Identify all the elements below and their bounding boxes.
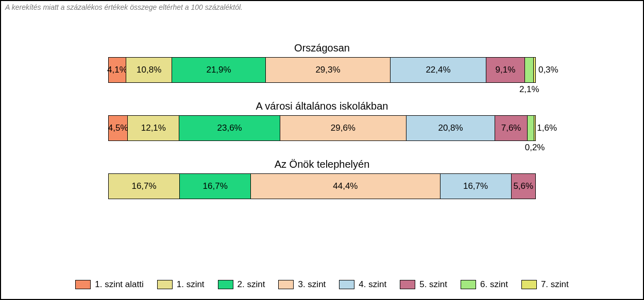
legend-item: 3. szint: [278, 279, 326, 290]
chart-frame: A kerekítés miatt a százalékos értékek ö…: [0, 0, 644, 300]
row-title: Az Önök telephelyén: [1, 158, 643, 170]
bar-segment: 16,7%: [180, 174, 251, 199]
segment-outlabel: 0,3%: [538, 65, 558, 75]
legend-label: 7. szint: [541, 279, 569, 290]
bar-segment: 29,6%: [280, 116, 406, 140]
bar-segment: 44,4%: [251, 174, 440, 199]
legend-swatch: [400, 280, 415, 289]
bar-segment: 16,7%: [109, 174, 180, 199]
stacked-bar: 4,1%10,8%21,9%29,3%22,4%9,1%2,1%0,3%: [108, 57, 536, 83]
legend-item: 1. szint alatti: [75, 279, 144, 290]
segment-outlabel: 1,6%: [537, 123, 557, 133]
legend-label: 6. szint: [480, 279, 508, 290]
legend: 1. szint alatti1. szint2. szint3. szint4…: [1, 279, 643, 290]
legend-item: 1. szint: [157, 279, 205, 290]
legend-label: 2. szint: [238, 279, 265, 290]
legend-item: 7. szint: [521, 279, 569, 290]
legend-item: 6. szint: [461, 279, 508, 290]
row-title: A városi általános iskolákban: [1, 100, 643, 112]
chart-row: A városi általános iskolákban4,5%12,1%23…: [1, 100, 643, 141]
rounding-note: A kerekítés miatt a százalékos értékek ö…: [5, 3, 243, 11]
legend-label: 5. szint: [419, 279, 447, 290]
bar-segment: 22,4%: [391, 58, 486, 82]
bar-segment: 10,8%: [126, 58, 172, 82]
legend-label: 3. szint: [298, 279, 326, 290]
legend-swatch: [278, 280, 294, 289]
chart-row: Az Önök telephelyén16,7%16,7%44,4%16,7%5…: [1, 158, 643, 199]
bar-segment: 23,6%: [179, 116, 280, 140]
chart-row: Országosan4,1%10,8%21,9%29,3%22,4%9,1%2,…: [1, 42, 643, 83]
bar-segment: 0,2%: [534, 116, 535, 140]
bar-segment: 12,1%: [128, 116, 179, 140]
legend-item: 5. szint: [400, 279, 447, 290]
bar-segment: 2,1%: [525, 58, 534, 82]
legend-swatch: [157, 280, 173, 289]
bar-segment: 7,6%: [495, 116, 528, 140]
bar-segment: 29,3%: [266, 58, 391, 82]
legend-swatch: [461, 280, 476, 289]
legend-label: 1. szint: [177, 279, 205, 290]
segment-outlabel: 0,2%: [525, 143, 545, 153]
legend-swatch: [218, 280, 233, 289]
legend-item: 4. szint: [339, 279, 386, 290]
legend-swatch: [339, 280, 354, 289]
legend-item: 2. szint: [218, 279, 265, 290]
bar-segment: 5,6%: [512, 174, 535, 199]
chart-area: Országosan4,1%10,8%21,9%29,3%22,4%9,1%2,…: [1, 42, 643, 217]
legend-swatch: [75, 280, 91, 289]
bar-segment: 21,9%: [172, 58, 265, 82]
bar-segment: 9,1%: [486, 58, 525, 82]
segment-outlabel: 2,1%: [519, 84, 539, 95]
stacked-bar: 4,5%12,1%23,6%29,6%20,8%7,6%1,6%0,2%: [108, 115, 536, 141]
row-title: Országosan: [1, 42, 643, 54]
stacked-bar: 16,7%16,7%44,4%16,7%5,6%: [108, 173, 536, 199]
bar-segment: 0,3%: [534, 58, 535, 82]
bar-segment: 1,6%: [528, 116, 534, 140]
bar-segment: 20,8%: [406, 116, 495, 140]
bar-segment: 4,5%: [109, 116, 128, 140]
legend-swatch: [521, 280, 537, 289]
bar-segment: 16,7%: [440, 174, 512, 199]
legend-label: 1. szint alatti: [95, 279, 144, 290]
legend-label: 4. szint: [359, 279, 386, 290]
bar-segment: 4,1%: [109, 58, 126, 82]
